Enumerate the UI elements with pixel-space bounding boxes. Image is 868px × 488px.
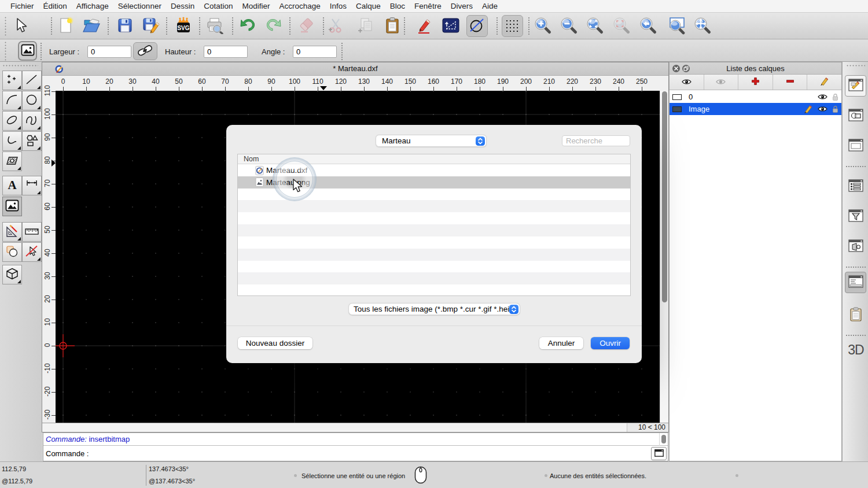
zoom-out-button[interactable] bbox=[560, 17, 578, 35]
command-input[interactable] bbox=[89, 447, 650, 460]
zoom-window-button[interactable] bbox=[667, 17, 685, 35]
print-preview-button[interactable] bbox=[205, 17, 224, 35]
palette-drag-handle[interactable] bbox=[2, 65, 38, 66]
width-field[interactable]: 0 bbox=[87, 46, 131, 58]
zoom-pan-button[interactable] bbox=[693, 17, 712, 35]
draw-order-button[interactable] bbox=[442, 17, 460, 35]
canvas-vertical-scrollbar[interactable] bbox=[660, 91, 668, 423]
toolbar-drag-handle[interactable] bbox=[5, 16, 6, 36]
document-titlebar[interactable]: * Marteau.dxf bbox=[42, 62, 668, 76]
search-input[interactable]: Recherche bbox=[562, 135, 630, 146]
command-history-scrollbar[interactable] bbox=[659, 433, 668, 446]
filetype-dropdown[interactable]: Tous les fichiers image (*.bmp *.cur *.g… bbox=[348, 303, 520, 315]
edit-pen-button[interactable] bbox=[415, 17, 433, 35]
layer-list-panel-button[interactable] bbox=[845, 75, 866, 97]
paste-button[interactable] bbox=[383, 17, 402, 35]
copy-button[interactable] bbox=[356, 17, 374, 35]
strip-drag-handle[interactable] bbox=[846, 65, 865, 66]
box3d-tool-button[interactable] bbox=[2, 265, 22, 284]
command-window-toggle-button[interactable] bbox=[651, 447, 667, 460]
export-svg-button[interactable]: SVG bbox=[174, 17, 193, 35]
insert-image-tool-button[interactable] bbox=[18, 41, 37, 61]
dimension-tool-button[interactable] bbox=[22, 176, 42, 195]
spline-tool-button[interactable] bbox=[22, 111, 42, 131]
command-line-panel-button[interactable] bbox=[845, 272, 866, 293]
deselect-tool-button[interactable] bbox=[22, 242, 42, 262]
edit-layer-button[interactable] bbox=[807, 75, 841, 90]
height-field[interactable]: 0 bbox=[204, 46, 248, 58]
file-row[interactable]: Marteau.dxf bbox=[238, 164, 630, 176]
layer-row[interactable]: Image bbox=[670, 103, 841, 115]
restrict-nothing-button[interactable] bbox=[466, 15, 488, 37]
redo-button[interactable] bbox=[264, 17, 283, 35]
menu-infos[interactable]: Infos bbox=[330, 2, 347, 10]
menu-modifier[interactable]: Modifier bbox=[242, 2, 270, 10]
arc-tool-button[interactable] bbox=[2, 91, 22, 110]
menu-divers[interactable]: Divers bbox=[451, 2, 473, 10]
open-file-button[interactable] bbox=[83, 17, 101, 35]
file-list-header[interactable]: Nom bbox=[238, 154, 630, 164]
cancel-button[interactable]: Annuler bbox=[539, 337, 583, 349]
open-button[interactable]: Ouvrir bbox=[591, 337, 630, 349]
menu-aide[interactable]: Aide bbox=[482, 2, 498, 10]
circle-tool-button[interactable] bbox=[22, 91, 42, 110]
save-button[interactable] bbox=[116, 17, 134, 35]
line-tool-button[interactable] bbox=[22, 71, 42, 90]
keep-aspect-ratio-button[interactable] bbox=[133, 42, 157, 60]
cut-button[interactable] bbox=[326, 17, 345, 35]
hatch-tool-button[interactable] bbox=[2, 151, 22, 171]
new-document-button[interactable] bbox=[56, 17, 75, 35]
library-browser-panel-button[interactable] bbox=[845, 135, 866, 157]
remove-layer-button[interactable] bbox=[773, 75, 808, 90]
save-as-button[interactable] bbox=[142, 17, 160, 35]
undo-button[interactable] bbox=[238, 17, 257, 35]
canvas-vertical-scrollbar-thumb[interactable] bbox=[662, 91, 667, 302]
lock-icon[interactable] bbox=[832, 93, 838, 101]
layer-row[interactable]: 0 bbox=[670, 91, 841, 103]
menu-dessin[interactable]: Dessin bbox=[171, 2, 194, 10]
menu-edition[interactable]: Édition bbox=[43, 2, 67, 10]
ellipse-tool-button[interactable] bbox=[2, 111, 22, 131]
property-editor-panel-button[interactable] bbox=[845, 176, 866, 197]
menu-fichier[interactable]: Fichier bbox=[10, 2, 34, 10]
points-tool-button[interactable] bbox=[2, 71, 22, 90]
text-tool-button[interactable]: A bbox=[2, 176, 22, 195]
new-folder-button[interactable]: Nouveau dossier bbox=[238, 337, 312, 349]
file-row[interactable]: Marteau.png bbox=[238, 176, 630, 188]
add-layer-button[interactable] bbox=[738, 75, 773, 90]
selection-filter-panel-button[interactable] bbox=[845, 206, 866, 227]
angle-field[interactable]: 0 bbox=[293, 46, 337, 58]
polyline-tool-button[interactable] bbox=[2, 131, 22, 151]
eye-icon[interactable] bbox=[818, 94, 827, 100]
menu-cotation[interactable]: Cotation bbox=[204, 2, 233, 10]
menu-calque[interactable]: Calque bbox=[356, 2, 381, 10]
hide-all-layers-button[interactable] bbox=[704, 75, 739, 90]
view-list-panel-button[interactable] bbox=[845, 236, 866, 257]
grid-toggle-button[interactable] bbox=[502, 15, 523, 37]
image-tool-button[interactable] bbox=[2, 197, 22, 216]
modify-tool-button[interactable] bbox=[2, 222, 22, 242]
lock-icon[interactable] bbox=[832, 105, 838, 113]
canvas-horizontal-scrollbar[interactable]: 10 < 100 bbox=[42, 423, 668, 432]
view-3d-button[interactable]: 3D bbox=[846, 342, 866, 358]
pencil-icon[interactable] bbox=[803, 104, 813, 114]
zoom-previous-button[interactable] bbox=[639, 17, 657, 35]
clipboard-panel-button[interactable] bbox=[845, 305, 866, 326]
select-cursor-button[interactable] bbox=[11, 17, 30, 35]
zoom-auto-button[interactable] bbox=[586, 17, 604, 35]
order-tool-button[interactable] bbox=[2, 242, 22, 262]
menu-affichage[interactable]: Affichage bbox=[76, 2, 109, 10]
zoom-selection-button[interactable] bbox=[612, 17, 631, 35]
delete-entities-button[interactable] bbox=[297, 17, 315, 35]
zoom-in-button[interactable] bbox=[534, 17, 552, 35]
menu-bloc[interactable]: Bloc bbox=[390, 2, 405, 10]
block-list-panel-button[interactable] bbox=[845, 105, 866, 127]
command-history-scrollbar-thumb[interactable] bbox=[661, 435, 666, 443]
show-all-layers-button[interactable] bbox=[670, 75, 704, 90]
shape-tool-button[interactable] bbox=[22, 131, 42, 151]
menu-selectionner[interactable]: Sélectionner bbox=[118, 2, 161, 10]
layer-panel-titlebar[interactable]: Liste des calques bbox=[670, 62, 841, 75]
menu-fenetre[interactable]: Fenêtre bbox=[414, 2, 442, 10]
toolbar-drag-handle[interactable] bbox=[5, 41, 6, 61]
menu-accrochage[interactable]: Accrochage bbox=[279, 2, 320, 10]
